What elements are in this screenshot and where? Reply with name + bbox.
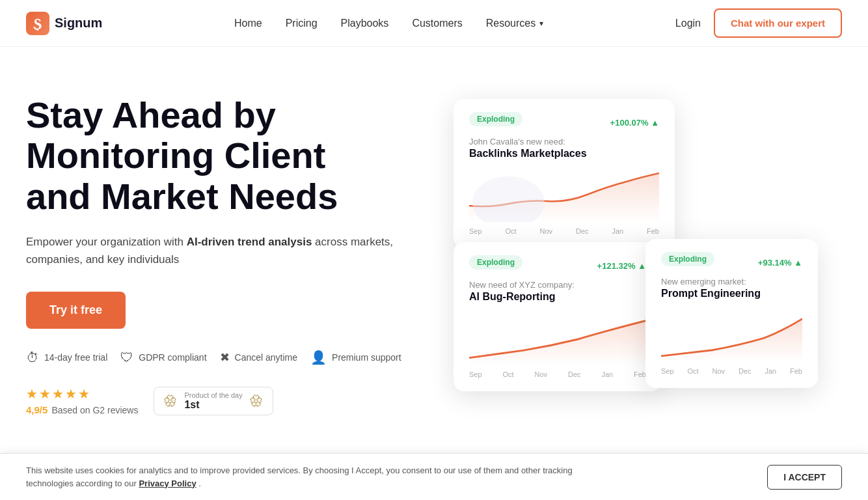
product-of-day: 🏵 Product of the day 1st 🏵 <box>154 387 273 415</box>
rating-block: ★ ★ ★ ★ ★ 4,9/5 Based on G2 reviews <box>26 386 138 415</box>
rating-score: 4,9/5 <box>26 404 47 415</box>
hero-subtitle: Empower your organization with AI-driven… <box>26 233 429 268</box>
try-free-button[interactable]: Try it free <box>26 292 126 329</box>
support-icon: 👤 <box>310 350 327 365</box>
card-title-small: Prompt Engineering <box>661 288 802 299</box>
badge-trial: ⏱ 14-day free trial <box>26 350 107 365</box>
badge-cancel: ✖ Cancel anytime <box>220 350 298 365</box>
brand-name: Signum <box>55 16 102 31</box>
chart-mid <box>469 313 646 365</box>
hero-section: Stay Ahead by Monitoring Client and Mark… <box>0 47 868 451</box>
product-day-rank: 1st <box>184 399 242 411</box>
cookie-banner: This website uses cookies for analytics … <box>0 453 868 500</box>
hero-left: Stay Ahead by Monitoring Client and Mark… <box>26 95 429 416</box>
star-2: ★ <box>39 386 51 402</box>
badge-gdpr: 🛡 GDPR compliant <box>120 350 206 365</box>
nav-links: Home Pricing Playbooks Customers Resourc… <box>234 18 543 29</box>
nav-playbooks[interactable]: Playbooks <box>341 18 389 29</box>
cookie-accept-button[interactable]: I ACCEPT <box>767 465 842 490</box>
hero-right: Exploding +100.07% ▲ John Cavalla's new … <box>429 99 842 411</box>
navbar: Signum Home Pricing Playbooks Customers … <box>0 0 868 47</box>
star-rating: ★ ★ ★ ★ ★ <box>26 386 138 402</box>
shield-icon: 🛡 <box>120 350 133 365</box>
clock-icon: ⏱ <box>26 350 39 365</box>
card-meta-small: New emerging market: <box>661 277 802 286</box>
hero-rating: ★ ★ ★ ★ ★ 4,9/5 Based on G2 reviews 🏵 Pr… <box>26 386 429 415</box>
card-badge-small: Exploding <box>661 252 714 266</box>
rating-review-text: Based on G2 reviews <box>51 405 138 415</box>
card-pct-mid: +121.32% ▲ <box>597 261 646 271</box>
card-badge-mid: Exploding <box>469 255 522 270</box>
chevron-down-icon: ▾ <box>539 19 543 28</box>
nav-pricing[interactable]: Pricing <box>286 18 318 29</box>
trend-card-mid: Exploding +121.32% ▲ New need of XYZ com… <box>454 242 662 391</box>
chart-labels-mid: Sep Oct Nov Dec Jan Feb <box>469 370 646 378</box>
nav-home[interactable]: Home <box>234 18 262 29</box>
card-meta-mid: New need of XYZ company: <box>469 280 646 290</box>
logo-icon <box>26 12 49 35</box>
card-pct-main: +100.07% ▲ <box>610 118 659 128</box>
hero-badges: ⏱ 14-day free trial 🛡 GDPR compliant ✖ C… <box>26 350 429 365</box>
up-arrow-icon-small: ▲ <box>794 258 802 268</box>
nav-customers[interactable]: Customers <box>412 18 462 29</box>
trend-card-main: Exploding +100.07% ▲ John Cavalla's new … <box>454 99 675 248</box>
chart-labels-small: Sep Oct Nov Dec Jan Feb <box>661 367 802 375</box>
trend-cards-container: Exploding +100.07% ▲ John Cavalla's new … <box>454 99 818 411</box>
card-pct-small: +93.14% ▲ <box>758 258 802 268</box>
cancel-icon: ✖ <box>220 350 230 365</box>
chart-main <box>469 170 659 222</box>
login-button[interactable]: Login <box>675 18 701 29</box>
exploding-label: Exploding <box>477 115 515 124</box>
star-5: ★ <box>78 386 90 402</box>
card-title-mid: AI Bug-Reporting <box>469 291 646 303</box>
card-meta-main: John Cavalla's new need: <box>469 137 659 146</box>
privacy-policy-link[interactable]: Privacy Policy <box>139 479 196 488</box>
card-title-main: Backlinks Marketplaces <box>469 148 659 160</box>
chart-labels-main: Sep Oct Nov Dec Jan Feb <box>469 227 659 235</box>
star-3: ★ <box>52 386 64 402</box>
hero-title: Stay Ahead by Monitoring Client and Mark… <box>26 95 429 217</box>
cookie-text: This website uses cookies for analytics … <box>26 464 612 490</box>
star-4: ★ <box>65 386 77 402</box>
card-badge-exploding: Exploding <box>469 112 522 126</box>
laurel-left-icon: 🏵 <box>163 393 178 410</box>
chart-small <box>661 310 802 362</box>
svg-point-0 <box>472 176 545 222</box>
trend-card-small: Exploding +93.14% ▲ New emerging market:… <box>645 239 818 388</box>
logo[interactable]: Signum <box>26 12 102 35</box>
product-day-label: Product of the day <box>184 391 242 399</box>
star-1: ★ <box>26 386 38 402</box>
chat-expert-button[interactable]: Chat with our expert <box>714 8 842 38</box>
up-arrow-icon: ▲ <box>651 118 659 128</box>
nav-resources[interactable]: Resources ▾ <box>486 18 543 29</box>
badge-support: 👤 Premium support <box>310 350 401 365</box>
laurel-right-icon: 🏵 <box>249 393 264 410</box>
nav-right: Login Chat with our expert <box>675 8 842 38</box>
